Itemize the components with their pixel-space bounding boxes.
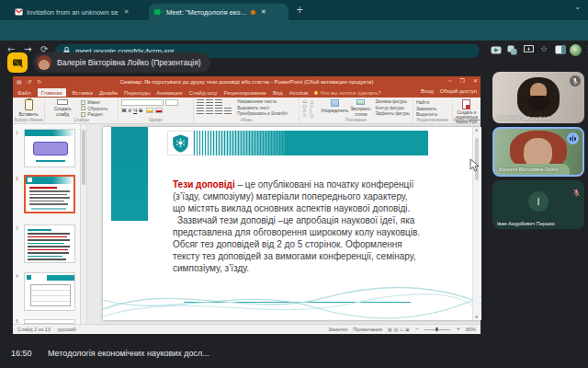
meeting-title: Методологія економічних наукових досл... <box>48 349 209 358</box>
tab-gmail-invitation[interactable]: Invitation from an unknown se ✕ <box>9 4 147 20</box>
new-tab-button[interactable]: + <box>296 6 303 15</box>
thumb-number: 2 <box>16 176 18 181</box>
ppt-window-title: Семінар: Як підготувати до друку тези до… <box>96 79 398 85</box>
thumbnail-scrollbar[interactable] <box>81 124 87 324</box>
thumb-number: 3 <box>16 225 18 231</box>
comments-button[interactable]: Примечания <box>353 327 382 332</box>
browser-menu-icon[interactable]: ⋮ <box>584 45 588 53</box>
language-indicator[interactable]: русский <box>58 327 76 332</box>
translate-icon[interactable] <box>507 45 517 55</box>
font-size-box[interactable] <box>165 99 178 106</box>
zoom-in-icon[interactable]: + <box>456 327 460 332</box>
close-tab-icon[interactable]: ✕ <box>124 9 130 16</box>
slide-thumbnail-4[interactable] <box>24 272 75 311</box>
slide-thumbnail-1[interactable] <box>24 129 75 167</box>
section-button[interactable]: Раздел <box>81 111 107 118</box>
bullets-icon[interactable] <box>197 99 204 106</box>
lightbulb-icon <box>314 91 318 95</box>
close-tab-icon[interactable]: ✕ <box>261 9 266 16</box>
participant-tile-3[interactable]: І Іван Андрійович Першко <box>492 180 584 229</box>
tell-me-box[interactable]: Что вы хотите сделать? <box>314 90 380 96</box>
browser-tab-strip: Invitation from an unknown se ✕ Meet: "М… <box>0 0 588 20</box>
section-icon <box>81 112 85 117</box>
quick-access-toolbar[interactable]: ▤ ↺ ↻ <box>17 79 44 85</box>
side-panel-icon[interactable] <box>555 45 566 54</box>
window-close-icon[interactable]: ✕ <box>473 78 478 84</box>
powerpoint-window: ▤ ↺ ↻ Семінар: Як підготувати до друку т… <box>13 76 481 334</box>
participant-beard <box>527 96 549 110</box>
align-left-icon[interactable] <box>197 108 204 114</box>
browser-toolbar: ← → ⟳ meet.google.com/fdx-fyzm-xgr ☆ ⋮ <box>0 20 588 40</box>
ppt-share-button[interactable]: Общий доступ <box>440 88 477 94</box>
indent-icon[interactable] <box>215 99 222 106</box>
numbering-icon[interactable] <box>206 99 213 106</box>
gmail-icon <box>15 8 23 16</box>
current-slide[interactable]: Тези доповіді – це опубліковані на почат… <box>103 127 481 320</box>
ribbon-tab-transitions[interactable]: Переходы <box>124 90 150 96</box>
bookmark-star-icon[interactable]: ☆ <box>540 45 548 53</box>
align-center-icon[interactable] <box>206 108 213 114</box>
ribbon-tab-file[interactable]: Файл <box>17 90 31 96</box>
ribbon-tab-animations[interactable]: Анимация <box>156 90 182 96</box>
ribbon-tab-view[interactable]: Вид <box>273 90 283 96</box>
slide-heading: Тези доповіді <box>173 179 235 190</box>
media-session-icon[interactable] <box>491 46 502 54</box>
participant-initial-avatar: І <box>528 191 548 212</box>
quick-styles-icon <box>356 99 365 105</box>
ribbon-tab-home[interactable]: Главная <box>38 88 66 97</box>
ribbon-tab-acrobat[interactable]: Acrobat <box>289 90 309 96</box>
presenter-name: Валерія Вікторівна Лойко (Презентація) <box>57 58 201 67</box>
shape-fill-button[interactable]: Заливка фигуры <box>375 99 410 106</box>
ribbon-tab-insert[interactable]: Вставка <box>73 90 93 96</box>
participant-tile-2-speaking[interactable]: Валерія Вікторівна Лойко <box>492 127 584 177</box>
profile-avatar[interactable] <box>570 44 582 56</box>
smartart-button[interactable]: Преобразовать в SmartArt <box>237 111 288 118</box>
ribbon-tab-design[interactable]: Дизайн <box>99 90 118 96</box>
ppt-ribbon-tabs: Файл Главная Вставка Дизайн Переходы Ани… <box>13 87 481 98</box>
select-button[interactable]: Выделить <box>416 111 449 118</box>
window-minimize-icon[interactable]: ─ <box>448 78 452 84</box>
slide-indicator: Слайд 2 из 13 <box>17 327 51 332</box>
drawing-group: ▭ △ ○ ☆ ◇ ▯ ☆ ○ Упорядочить Экспресс-сти… <box>300 98 413 123</box>
bold-button[interactable]: Ж <box>121 108 126 113</box>
participant-tile-1[interactable]: Volodymyr Zahorodniuk <box>492 72 584 123</box>
highlight-color-icon[interactable] <box>146 108 153 113</box>
tab-meet[interactable]: Meet: "Методологія еко… ✕ <box>149 4 288 20</box>
view-switcher-icons[interactable]: ▦ ▥ ▭ ▣ <box>388 328 410 332</box>
quick-styles-button[interactable]: Экспресс-стили <box>350 99 371 117</box>
university-shield-logo <box>173 134 188 153</box>
slide-wave-decoration <box>103 269 481 320</box>
ppt-ribbon: Вставить Буфер обмена Создать слайд Маке… <box>13 98 481 124</box>
new-slide-button[interactable]: Создать слайд <box>48 99 77 117</box>
tab-strip-chevron-icon[interactable]: ⌄ <box>574 4 581 11</box>
arrange-button[interactable]: Упорядочить <box>322 99 346 117</box>
presentation-indicator-badge[interactable] <box>7 52 28 73</box>
thumb-number: 4 <box>16 273 18 279</box>
strikethrough-button[interactable]: S <box>139 108 142 113</box>
underline-button[interactable]: Ч <box>133 108 137 113</box>
slide-thumbnail-2-selected[interactable] <box>24 175 75 213</box>
font-name-box[interactable] <box>121 99 164 106</box>
notes-button[interactable]: Заметки <box>328 327 347 332</box>
ppt-status-bar: Слайд 2 из 13 русский Заметки Примечания… <box>13 324 481 334</box>
slide-teal-band <box>286 131 428 155</box>
align-right-icon[interactable] <box>215 108 222 114</box>
shape-effects-button[interactable]: Эффекты фигуры <box>375 111 410 118</box>
zoom-level[interactable]: 66% <box>466 327 476 332</box>
font-color-icon[interactable] <box>155 108 163 113</box>
ribbon-tab-review[interactable]: Рецензирование <box>224 90 266 96</box>
slide-thumbnail-panel: 1 2 3 <box>13 124 81 324</box>
shapes-gallery[interactable]: ▭ △ ○ ☆ ◇ ▯ ☆ ○ <box>302 99 319 117</box>
justify-icon[interactable] <box>224 108 232 114</box>
paste-button[interactable]: Вставить <box>16 99 41 117</box>
window-restore-icon[interactable]: ❐ <box>460 78 465 84</box>
install-app-icon[interactable] <box>524 45 534 54</box>
ribbon-tab-slideshow[interactable]: Слайд-шоу <box>188 90 217 96</box>
italic-button[interactable]: К <box>129 108 132 113</box>
slide-thumbnail-3[interactable] <box>24 224 75 263</box>
zoom-out-icon[interactable]: − <box>415 327 420 332</box>
slide-scrollbar[interactable]: ▲ ▼ <box>472 127 480 320</box>
ppt-sign-in[interactable]: Вход <box>421 88 434 94</box>
zoom-slider[interactable] <box>424 329 450 330</box>
presenter-avatar <box>37 55 51 70</box>
